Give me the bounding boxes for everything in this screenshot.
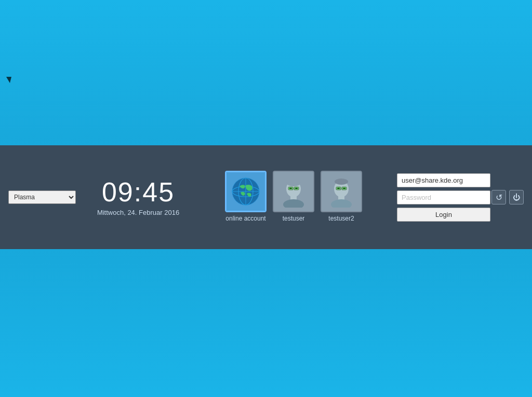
user-label-testuser2: testuser2: [328, 215, 354, 222]
clock-time: 09:45: [102, 179, 175, 206]
login-button[interactable]: Login: [397, 208, 490, 222]
users-section: online account: [190, 171, 397, 224]
user-label-testuser: testuser: [283, 215, 305, 222]
svg-rect-24: [343, 188, 345, 189]
power-section: ↺ ⏻: [490, 190, 532, 204]
power-icon: ⏻: [513, 193, 520, 201]
restart-icon: ↺: [496, 193, 502, 202]
desktop-top: [0, 0, 532, 145]
user-label-online-account: online account: [225, 215, 265, 222]
shutdown-button[interactable]: ⏻: [509, 190, 524, 204]
svg-point-16: [286, 179, 301, 186]
clock-date: Mittwoch, 24. Februar 2016: [97, 209, 179, 216]
svg-rect-11: [290, 188, 291, 189]
username-input[interactable]: [397, 173, 490, 187]
svg-point-28: [335, 179, 348, 185]
globe-icon: [227, 172, 265, 211]
user-avatar-online-account: [225, 171, 267, 212]
user-avatar-testuser: [273, 171, 314, 212]
user-item-online-account[interactable]: online account: [225, 171, 267, 222]
session-section: Plasma KDE GNOME XFCE: [0, 190, 76, 204]
user-avatar-testuser2: [321, 171, 362, 212]
password-input[interactable]: [397, 190, 490, 204]
user-item-testuser[interactable]: testuser: [273, 171, 314, 222]
svg-rect-23: [338, 188, 339, 189]
mouse-cursor: [6, 77, 11, 83]
restart-button[interactable]: ↺: [491, 190, 506, 204]
clock-section: 09:45 Mittwoch, 24. Februar 2016: [76, 179, 190, 216]
user-item-testuser2[interactable]: testuser2: [321, 171, 362, 222]
svg-rect-12: [296, 188, 297, 189]
session-select[interactable]: Plasma KDE GNOME XFCE: [8, 190, 76, 204]
login-bar: Plasma KDE GNOME XFCE 09:45 Mittwoch, 24…: [0, 145, 532, 249]
desktop-bottom: [0, 249, 532, 397]
face-icon-testuser2: [322, 172, 361, 211]
face-icon-testuser: [274, 172, 313, 211]
login-form-section: Login: [397, 173, 490, 222]
